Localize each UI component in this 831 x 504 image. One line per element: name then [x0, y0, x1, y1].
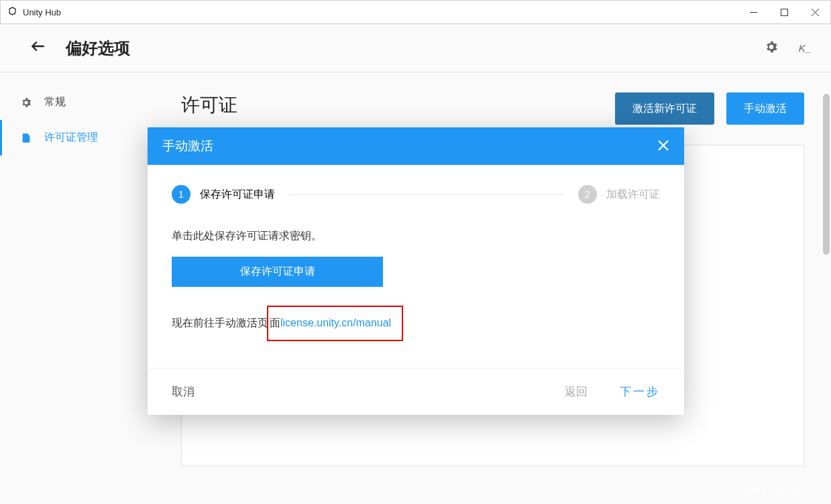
modal-body: 1 保存许可证申请 2 加载许可证 单击此处保存许可证请求密钥。 保存许可证申请… — [148, 165, 684, 368]
step-1: 1 保存许可证申请 — [172, 185, 275, 204]
goto-boxed-cn: 面 — [270, 316, 280, 330]
footer-right: 返回 下一步 — [565, 384, 660, 399]
close-button[interactable] — [799, 1, 830, 23]
manual-license-link[interactable]: license.unity.cn/manual — [280, 317, 391, 329]
goto-line: 现在前往手动激活页 面 license.unity.cn/manual — [172, 306, 660, 341]
next-button[interactable]: 下一步 — [620, 384, 660, 399]
modal-footer: 取消 返回 下一步 — [148, 368, 684, 415]
highlight-box: 面 license.unity.cn/manual — [267, 306, 403, 341]
titlebar-left: Unity Hub — [7, 6, 61, 19]
save-license-request-button[interactable]: 保存许可证申请 — [172, 257, 383, 287]
modal-title: 手动激活 — [162, 137, 213, 155]
window-title: Unity Hub — [23, 7, 61, 17]
step-2-label: 加载许可证 — [606, 188, 660, 202]
modal-header: 手动激活 — [148, 127, 684, 165]
window-controls — [738, 1, 830, 23]
maximize-button[interactable] — [769, 1, 799, 23]
manual-activation-modal: 手动激活 1 保存许可证申请 2 加载许可证 单击此处保存许可证请求密钥。 保存… — [148, 127, 684, 415]
step-2: 2 加载许可证 — [578, 185, 660, 204]
step-1-label: 保存许可证申请 — [200, 188, 275, 202]
svg-rect-0 — [781, 9, 787, 15]
unity-logo-icon — [7, 6, 17, 19]
window-titlebar: Unity Hub — [0, 0, 831, 24]
instruction-text: 单击此处保存许可证请求密钥。 — [172, 229, 660, 243]
goto-prefix: 现在前往手动激活页 — [172, 316, 268, 330]
step-1-badge: 1 — [172, 185, 190, 204]
back-button[interactable]: 返回 — [565, 384, 588, 399]
step-2-badge: 2 — [578, 185, 597, 204]
close-icon[interactable] — [657, 137, 669, 155]
step-line — [288, 194, 565, 195]
stepper: 1 保存许可证申请 2 加载许可证 — [172, 185, 660, 204]
minimize-button[interactable] — [738, 1, 769, 23]
cancel-button[interactable]: 取消 — [172, 384, 195, 399]
